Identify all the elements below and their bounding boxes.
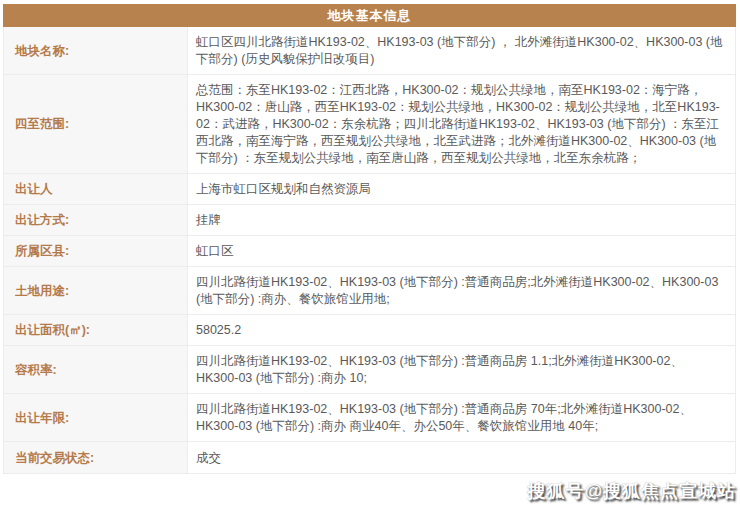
row-label: 出让年限: [4, 394, 188, 441]
table-row: 出让方式: 挂牌 [4, 205, 735, 236]
row-label: 所属区县: [4, 236, 188, 266]
row-value: 虹口区 [188, 236, 735, 266]
row-value: 虹口区四川北路街道HK193-02、HK193-03 (地下部分) ， 北外滩街… [188, 27, 735, 74]
land-basic-info-table: 地块基本信息 地块名称: 虹口区四川北路街道HK193-02、HK193-03 … [3, 4, 736, 474]
table-row: 四至范围: 总范围：东至HK193-02：江西北路，HK300-02：规划公共绿… [4, 75, 735, 174]
row-value: 成交 [188, 442, 735, 473]
row-label: 出让人 [4, 174, 188, 204]
row-value: 总范围：东至HK193-02：江西北路，HK300-02：规划公共绿地，南至HK… [188, 75, 735, 173]
row-label: 当前交易状态: [4, 442, 188, 473]
row-value: 挂牌 [188, 205, 735, 235]
table-row: 地块名称: 虹口区四川北路街道HK193-02、HK193-03 (地下部分) … [4, 27, 735, 75]
row-value: 四川北路街道HK193-02、HK193-03 (地下部分) :普通商品房 70… [188, 394, 735, 441]
table-row: 容积率: 四川北路街道HK193-02、HK193-03 (地下部分) :普通商… [4, 346, 735, 394]
table-row: 出让面积(㎡): 58025.2 [4, 315, 735, 346]
row-label: 地块名称: [4, 27, 188, 74]
row-label: 出让面积(㎡): [4, 315, 188, 345]
table-title: 地块基本信息 [3, 4, 736, 27]
row-value: 58025.2 [188, 315, 735, 345]
table-row: 出让年限: 四川北路街道HK193-02、HK193-03 (地下部分) :普通… [4, 394, 735, 442]
table-body: 地块名称: 虹口区四川北路街道HK193-02、HK193-03 (地下部分) … [3, 27, 736, 474]
table-row: 出让人 上海市虹口区规划和自然资源局 [4, 174, 735, 205]
table-row: 当前交易状态: 成交 [4, 442, 735, 473]
table-row: 所属区县: 虹口区 [4, 236, 735, 267]
row-label: 土地用途: [4, 267, 188, 314]
row-label: 出让方式: [4, 205, 188, 235]
row-label: 容积率: [4, 346, 188, 393]
row-label: 四至范围: [4, 75, 188, 173]
table-row: 土地用途: 四川北路街道HK193-02、HK193-03 (地下部分) :普通… [4, 267, 735, 315]
row-value: 四川北路街道HK193-02、HK193-03 (地下部分) :普通商品房 1.… [188, 346, 735, 393]
row-value: 上海市虹口区规划和自然资源局 [188, 174, 735, 204]
watermark: 搜狐号@搜狐焦点宣城站 [527, 479, 736, 503]
row-value: 四川北路街道HK193-02、HK193-03 (地下部分) :普通商品房;北外… [188, 267, 735, 314]
